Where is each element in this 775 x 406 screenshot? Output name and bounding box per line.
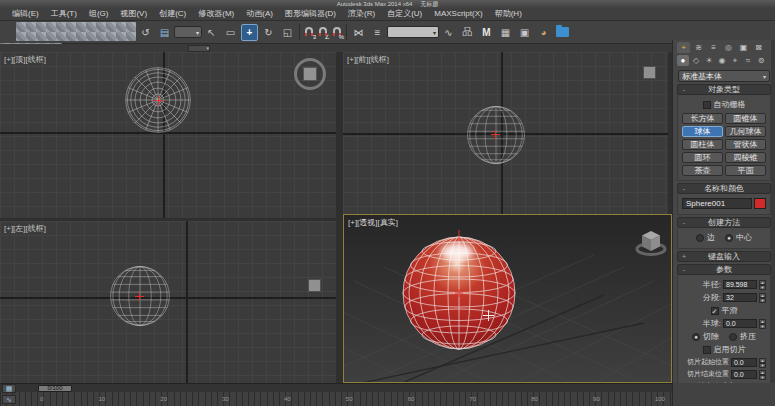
menu-create[interactable]: 创建(C) — [153, 8, 192, 20]
shapes-category-icon[interactable]: ◇ — [690, 55, 702, 66]
box-button[interactable]: 长方体 — [682, 113, 723, 124]
hemisphere-field[interactable]: 0.0 — [723, 319, 757, 328]
menu-edit[interactable]: 编辑(E) — [6, 8, 45, 20]
segments-spinner[interactable]: ▲▼ — [759, 293, 766, 302]
chop-radio[interactable]: ● — [692, 333, 700, 341]
angle-snap-icon[interactable]: ∠ — [318, 27, 328, 37]
geosphere-button[interactable]: 几何球体 — [725, 126, 766, 137]
select-and-scale-button[interactable]: ◱ — [279, 24, 296, 41]
mirror-icon[interactable]: ⋈ — [350, 24, 367, 41]
modify-tab-icon[interactable]: ≋ — [692, 42, 705, 53]
viewport-perspective-label[interactable]: [+][透视][真实] — [348, 217, 398, 228]
cameras-category-icon[interactable]: ◉ — [716, 55, 728, 66]
edge-radio[interactable] — [696, 234, 704, 242]
slice-to-spinner[interactable]: ▲▼ — [759, 370, 766, 379]
hemisphere-spinner[interactable]: ▲▼ — [759, 319, 766, 328]
menu-animation[interactable]: 动画(A) — [240, 8, 279, 20]
menu-tools[interactable]: 工具(T) — [45, 8, 83, 20]
snap-toggle-3d-icon[interactable]: 3 — [304, 27, 314, 37]
slice-on-checkbox[interactable] — [703, 346, 711, 354]
ribbon-dropdown[interactable]: ▾ — [188, 45, 210, 52]
render-production-icon[interactable]: ◕ — [535, 24, 552, 41]
teapot-button[interactable]: 茶壶 — [682, 165, 723, 176]
helpers-category-icon[interactable]: ⌖ — [729, 55, 741, 66]
selection-filter-dropdown[interactable]: ▾ — [174, 26, 202, 38]
spacewarps-category-icon[interactable]: ≈ — [742, 55, 754, 66]
menu-rendering[interactable]: 渲染(R) — [342, 8, 381, 20]
object-color-swatch[interactable] — [754, 198, 766, 209]
create-tab-icon[interactable]: + — [677, 42, 690, 53]
slice-to-field[interactable]: 0.0 — [731, 370, 757, 379]
region-select-icon[interactable]: ▭ — [222, 24, 239, 41]
object-type-rollout-header[interactable]: - 对象类型 — [677, 84, 771, 95]
select-by-name-icon[interactable]: ▤ — [156, 24, 173, 41]
motion-tab-icon[interactable]: ◎ — [722, 42, 735, 53]
keyboard-entry-rollout-header[interactable]: + 键盘输入 — [677, 251, 771, 262]
undo-icon[interactable]: ↺ — [137, 24, 154, 41]
viewport-left-label[interactable]: [+][左][线框] — [4, 223, 46, 234]
center-radio[interactable]: ● — [725, 234, 733, 242]
autogrid-checkbox[interactable] — [703, 101, 711, 109]
menu-maxscript[interactable]: MAXScript(X) — [428, 8, 488, 20]
radius-field[interactable]: 89.598 — [723, 280, 757, 289]
menu-views[interactable]: 视图(V) — [114, 8, 153, 20]
parameters-rollout-header[interactable]: - 参数 — [677, 264, 771, 275]
track-bar[interactable]: 010 2030 4050 6070 8090 100 — [0, 392, 672, 406]
render-setup-icon[interactable]: ▦ — [497, 24, 514, 41]
panel-scrollbar[interactable] — [771, 40, 775, 406]
menu-modifiers[interactable]: 修改器(M) — [192, 8, 240, 20]
smooth-checkbox[interactable]: ✓ — [711, 307, 719, 315]
viewcube[interactable] — [294, 58, 326, 90]
geometry-category-icon[interactable]: ● — [677, 55, 689, 66]
segments-field[interactable]: 32 — [723, 293, 757, 302]
object-name-field[interactable]: Sphere001 — [682, 198, 752, 209]
hierarchy-tab-icon[interactable]: ≡ — [707, 42, 720, 53]
select-and-rotate-button[interactable]: ↻ — [260, 24, 277, 41]
plane-button[interactable]: 平面 — [725, 165, 766, 176]
viewcube[interactable] — [643, 66, 656, 79]
named-selection-sets-dropdown[interactable]: ▾ — [387, 26, 439, 38]
viewport-top-label[interactable]: [+][顶][线框] — [4, 54, 46, 65]
schematic-view-icon[interactable]: 品 — [459, 24, 476, 41]
viewport-top[interactable]: [+][顶][线框] — [0, 52, 336, 218]
align-icon[interactable]: ≡ — [369, 24, 386, 41]
percent-snap-icon[interactable]: % — [332, 27, 342, 37]
squash-radio[interactable] — [729, 333, 737, 341]
viewport-front-label[interactable]: [+][前][线框] — [347, 54, 389, 65]
lights-category-icon[interactable]: ☀ — [703, 55, 715, 66]
sphere-button[interactable]: 球体 — [682, 126, 723, 137]
time-slider-handle[interactable]: 0/100 — [38, 385, 72, 392]
display-tab-icon[interactable]: ▣ — [737, 42, 750, 53]
red-sphere[interactable] — [399, 230, 519, 356]
cylinder-button[interactable]: 圆柱体 — [682, 139, 723, 150]
rendered-frame-window-icon[interactable]: ▣ — [516, 24, 533, 41]
tube-button[interactable]: 管状体 — [725, 139, 766, 150]
open-mini-curve-editor-button[interactable]: ∿ — [2, 395, 16, 404]
viewport-perspective[interactable]: [+][透视][真实] — [343, 214, 672, 383]
slice-from-field[interactable]: 0.0 — [731, 358, 757, 367]
viewcube-3d[interactable] — [632, 225, 672, 259]
time-grid-icon[interactable]: ▦ — [2, 384, 16, 393]
material-editor-icon[interactable]: M — [478, 24, 495, 41]
name-color-rollout-header[interactable]: - 名称和颜色 — [677, 183, 771, 194]
select-object-icon[interactable]: ↖ — [203, 24, 220, 41]
open-folder-icon[interactable] — [556, 27, 569, 37]
viewport-front[interactable]: [+][前][线框] — [343, 52, 668, 218]
systems-category-icon[interactable]: ⊚ — [755, 55, 767, 66]
pyramid-button[interactable]: 四棱锥 — [725, 152, 766, 163]
menu-group[interactable]: 组(G) — [83, 8, 115, 20]
curve-editor-icon[interactable]: ∿ — [440, 24, 457, 41]
viewcube[interactable] — [308, 279, 321, 292]
cone-button[interactable]: 圆锥体 — [725, 113, 766, 124]
select-and-move-button[interactable]: + — [241, 24, 258, 41]
primitive-type-dropdown[interactable]: 标准基本体 ▾ — [678, 70, 770, 82]
viewport-left[interactable]: [+][左][线框] — [0, 221, 336, 383]
creation-method-rollout-header[interactable]: - 创建方法 — [677, 217, 771, 228]
slice-from-spinner[interactable]: ▲▼ — [759, 358, 766, 367]
menu-help[interactable]: 帮助(H) — [489, 8, 528, 20]
utilities-tab-icon[interactable]: ⊠ — [752, 42, 765, 53]
radius-spinner[interactable]: ▲▼ — [759, 280, 766, 289]
torus-button[interactable]: 圆环 — [682, 152, 723, 163]
menu-graph-editors[interactable]: 图形编辑器(D) — [279, 8, 342, 20]
menu-customize[interactable]: 自定义(U) — [381, 8, 428, 20]
